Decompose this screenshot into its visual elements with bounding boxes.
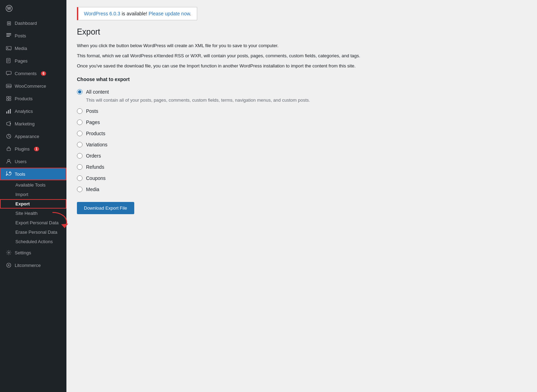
svg-rect-19 — [8, 110, 9, 114]
radio-item-pages[interactable]: Pages — [77, 117, 527, 128]
page-title: Export — [77, 27, 527, 37]
svg-text:Woo: Woo — [7, 85, 12, 87]
submenu-erase-personal[interactable]: Erase Personal Data — [0, 227, 66, 237]
sidebar-item-tools[interactable]: Tools — [0, 168, 66, 180]
radio-pages[interactable] — [77, 119, 83, 125]
svg-point-25 — [8, 252, 9, 253]
sidebar-item-woocommerce[interactable]: Woo WooCommerce — [0, 80, 66, 92]
svg-rect-23 — [7, 148, 10, 151]
svg-point-24 — [8, 159, 10, 161]
plugins-icon — [6, 146, 12, 152]
desc3: Once you've saved the download file, you… — [77, 63, 427, 70]
radio-label-pages: Pages — [86, 119, 100, 125]
radio-media[interactable] — [77, 187, 83, 192]
sidebar-item-label: Litcommerce — [15, 263, 41, 268]
sidebar-item-settings[interactable]: Settings — [0, 246, 66, 259]
plugins-badge: 1 — [34, 147, 40, 151]
dashboard-icon: ⊞ — [6, 20, 12, 26]
sidebar-item-label: Marketing — [15, 121, 35, 126]
svg-rect-20 — [10, 109, 11, 114]
sidebar-item-litcommerce[interactable]: Litcommerce — [0, 259, 66, 271]
radio-item-media[interactable]: Media — [77, 184, 527, 195]
update-notice: WordPress 6.0.3 is available! Please upd… — [77, 7, 197, 20]
comments-icon — [6, 70, 12, 77]
all-content-description: This will contain all of your posts, pag… — [77, 97, 527, 103]
radio-coupons[interactable] — [77, 175, 83, 181]
radio-label-posts: Posts — [86, 108, 98, 114]
update-notice-link1[interactable]: WordPress 6.0.3 — [84, 11, 120, 16]
sidebar-item-dashboard[interactable]: ⊞ Dashboard — [0, 17, 66, 29]
radio-label-refunds: Refunds — [86, 164, 104, 170]
svg-rect-16 — [7, 99, 8, 101]
svg-rect-18 — [6, 111, 7, 114]
radio-variations[interactable] — [77, 142, 83, 147]
sidebar-item-label: Plugins — [15, 146, 30, 152]
radio-item-products[interactable]: Products — [77, 128, 527, 139]
sidebar-item-label: Comments — [15, 71, 37, 76]
posts-icon — [6, 32, 12, 39]
radio-products[interactable] — [77, 131, 83, 136]
sidebar-item-analytics[interactable]: Analytics — [0, 105, 66, 117]
radio-item-all-content[interactable]: All content — [77, 86, 527, 97]
desc1: When you click the button below WordPres… — [77, 42, 427, 50]
analytics-icon — [6, 108, 12, 114]
radio-label-products: Products — [86, 131, 105, 136]
comments-badge: 6 — [41, 71, 46, 76]
radio-all-content[interactable] — [77, 89, 83, 95]
sidebar-item-pages[interactable]: Pages — [0, 55, 66, 67]
sidebar-item-label: Appearance — [15, 134, 39, 139]
submenu-scheduled-actions[interactable]: Scheduled Actions — [0, 237, 66, 246]
sidebar-item-label: Dashboard — [15, 21, 37, 26]
sidebar-item-appearance[interactable]: Appearance — [0, 130, 66, 143]
sidebar-item-plugins[interactable]: Plugins 1 — [0, 143, 66, 155]
sidebar-item-posts[interactable]: Posts — [0, 29, 66, 42]
svg-rect-21 — [10, 123, 11, 124]
submenu-site-health[interactable]: Site Health — [0, 209, 66, 218]
radio-item-variations[interactable]: Variations — [77, 139, 527, 150]
sidebar-item-marketing[interactable]: Marketing — [0, 117, 66, 130]
submenu-import[interactable]: Import — [0, 190, 66, 199]
sidebar-item-users[interactable]: Users — [0, 155, 66, 168]
wp-logo: W — [0, 0, 66, 17]
sidebar-item-label: Pages — [15, 58, 28, 64]
sidebar-item-label: Settings — [15, 250, 31, 255]
update-notice-end: . — [190, 11, 191, 16]
radio-label-coupons: Coupons — [86, 175, 106, 181]
svg-rect-9 — [7, 60, 9, 61]
svg-rect-15 — [9, 96, 11, 98]
radio-label-all-content: All content — [86, 89, 109, 95]
settings-icon — [6, 249, 12, 256]
svg-text:W: W — [7, 6, 11, 11]
sidebar-item-label: Media — [15, 46, 27, 51]
sidebar-item-media[interactable]: Media — [0, 42, 66, 55]
svg-point-6 — [7, 48, 8, 49]
radio-item-posts[interactable]: Posts — [77, 106, 527, 117]
radio-item-refunds[interactable]: Refunds — [77, 161, 527, 173]
svg-rect-3 — [6, 35, 11, 35]
radio-refunds[interactable] — [77, 164, 83, 170]
svg-rect-11 — [6, 71, 11, 74]
sidebar-item-comments[interactable]: Comments 6 — [0, 67, 66, 80]
download-export-button[interactable]: Download Export File — [77, 202, 134, 214]
radio-orders[interactable] — [77, 153, 83, 159]
appearance-icon — [6, 133, 12, 139]
sidebar-item-products[interactable]: Products — [0, 92, 66, 105]
radio-item-orders[interactable]: Orders — [77, 150, 527, 161]
submenu-available-tools[interactable]: Available Tools — [0, 180, 66, 190]
radio-posts[interactable] — [77, 108, 83, 114]
submenu-export-personal[interactable]: Export Personal Data — [0, 218, 66, 227]
tools-icon — [6, 171, 12, 177]
tools-section: Tools — [0, 168, 66, 180]
products-icon — [6, 95, 12, 102]
radio-item-coupons[interactable]: Coupons — [77, 173, 527, 184]
litcommerce-icon — [6, 262, 12, 268]
radio-label-orders: Orders — [86, 153, 101, 159]
update-notice-link2[interactable]: Please update now — [149, 11, 190, 16]
export-section: Export — [0, 199, 66, 209]
marketing-icon — [6, 121, 12, 127]
media-icon — [6, 45, 12, 51]
submenu-export[interactable]: Export — [0, 199, 66, 209]
svg-rect-8 — [7, 59, 9, 60]
sidebar: W ⊞ Dashboard Posts Media Pages Comments… — [0, 0, 66, 392]
tools-submenu: Available Tools Import Export Site Healt… — [0, 180, 66, 246]
